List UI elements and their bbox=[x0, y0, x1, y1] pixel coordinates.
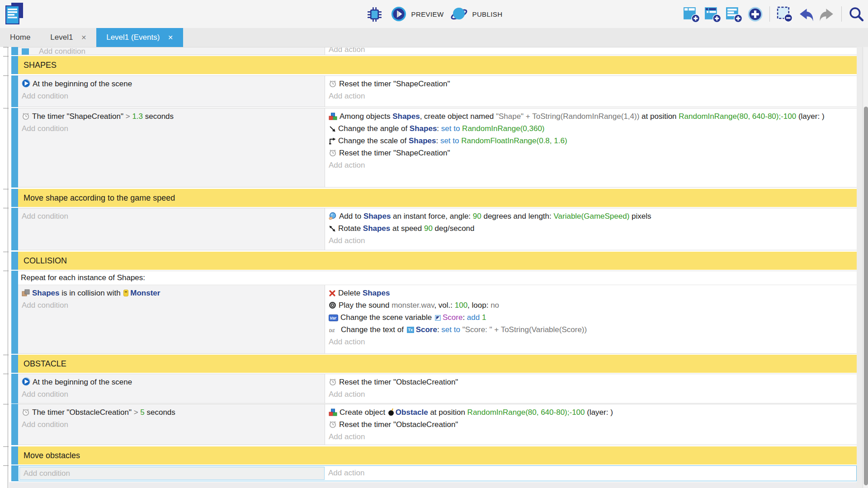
condition-line[interactable]: The timer "ShapeCreation" > 1.3 seconds bbox=[18, 111, 325, 122]
event-selection-bar[interactable] bbox=[11, 189, 18, 207]
add-action-link[interactable]: Add action bbox=[325, 389, 857, 400]
add-condition-link[interactable]: Add condition bbox=[18, 123, 325, 134]
add-condition-link[interactable]: Add condition bbox=[18, 90, 325, 102]
event-group-move-shape[interactable]: Move shape according to the game speed bbox=[9, 189, 857, 207]
action-line[interactable]: Var Change the scene variable Score: add… bbox=[325, 312, 857, 323]
add-action-link[interactable]: Add action bbox=[325, 431, 857, 442]
tab-level1[interactable]: Level1 ✕ bbox=[40, 28, 96, 47]
event-selection-bar[interactable] bbox=[11, 271, 18, 354]
close-icon[interactable]: ✕ bbox=[81, 34, 86, 41]
action-line[interactable]: Reset the timer "ObstacleCreation" bbox=[325, 376, 857, 388]
conditions-cell[interactable]: Add condition bbox=[18, 47, 325, 55]
event-row[interactable]: At the beginning of the scene Add condit… bbox=[9, 374, 857, 404]
event-row[interactable]: The timer "ShapeCreation" > 1.3 seconds … bbox=[9, 108, 857, 188]
add-sub-event-button[interactable] bbox=[703, 5, 722, 23]
group-header-label[interactable]: COLLISION bbox=[18, 252, 857, 270]
add-condition-link[interactable]: Add condition bbox=[18, 300, 325, 311]
action-line[interactable]: Add to Shapes an instant force, angle: 9… bbox=[325, 211, 857, 222]
event-row-repeat[interactable]: Repeat for each instance of Shapes: Shap… bbox=[9, 271, 857, 354]
event-selection-bar[interactable] bbox=[11, 47, 18, 55]
event-selection-bar[interactable] bbox=[11, 252, 18, 270]
close-icon[interactable]: ✕ bbox=[168, 34, 173, 41]
actions-cell[interactable]: Reset the timer "ShapeCreation" Add acti… bbox=[325, 76, 857, 107]
event-group-shapes[interactable]: SHAPES bbox=[9, 56, 857, 74]
actions-cell[interactable]: Create object Obstacle at position Rando… bbox=[325, 404, 857, 445]
event-row-partial[interactable]: Add condition Add action bbox=[9, 47, 857, 55]
action-line[interactable]: Rotate Shapes at speed 90 deg/second bbox=[325, 223, 857, 234]
action-line[interactable]: Delete Shapes bbox=[325, 287, 857, 299]
event-selection-bar[interactable] bbox=[11, 75, 18, 107]
group-header-label[interactable]: OBSTACLE bbox=[18, 355, 857, 373]
debug-button[interactable] bbox=[366, 5, 384, 23]
group-header-label[interactable]: Move shape according to the game speed bbox=[18, 189, 857, 207]
event-row[interactable]: At the beginning of the scene Add condit… bbox=[9, 75, 857, 107]
condition-line[interactable]: At the beginning of the scene bbox=[18, 376, 325, 388]
undo-button[interactable] bbox=[797, 5, 815, 23]
add-action-link[interactable]: Add action bbox=[325, 235, 857, 246]
conditions-cell[interactable]: The timer "ShapeCreation" > 1.3 seconds … bbox=[18, 108, 325, 187]
action-line[interactable]: Reset the timer "ObstacleCreation" bbox=[325, 419, 857, 430]
search-button[interactable] bbox=[847, 5, 865, 23]
conditions-cell[interactable]: At the beginning of the scene Add condit… bbox=[18, 374, 325, 403]
add-action-link[interactable]: Add action bbox=[325, 160, 857, 171]
action-line[interactable]: Reset the timer "ShapeCreation" bbox=[325, 147, 857, 159]
condition-line[interactable]: Shapes is in collision with Monster bbox=[18, 287, 325, 299]
condition-line[interactable]: At the beginning of the scene bbox=[18, 78, 325, 89]
event-selection-bar[interactable] bbox=[11, 446, 18, 465]
tab-level1-events[interactable]: Level1 (Events) ✕ bbox=[96, 28, 183, 47]
add-action-link[interactable]: Add action bbox=[325, 90, 857, 102]
event-selection-bar[interactable] bbox=[11, 208, 18, 250]
action-line[interactable]: Create object Obstacle at position Rando… bbox=[325, 407, 857, 418]
actions-cell[interactable]: Add action bbox=[325, 47, 857, 55]
scrollbar-track[interactable] bbox=[863, 47, 868, 488]
add-action-link[interactable]: Add action bbox=[325, 47, 857, 55]
action-line[interactable]: Reset the timer "ShapeCreation" bbox=[325, 78, 857, 89]
event-selection-bar[interactable] bbox=[11, 108, 18, 188]
add-condition-link[interactable]: Add condition bbox=[39, 47, 85, 55]
conditions-cell[interactable]: Add condition bbox=[19, 467, 325, 480]
actions-cell[interactable]: Among objects Shapes, create object name… bbox=[325, 108, 857, 187]
conditions-cell[interactable]: Add condition bbox=[18, 208, 325, 250]
event-selection-bar[interactable] bbox=[11, 465, 18, 481]
event-row[interactable]: Add condition Add to Shapes an instant f… bbox=[9, 208, 857, 250]
event-selection-bar[interactable] bbox=[11, 56, 18, 74]
add-action-link[interactable]: Add action bbox=[325, 336, 857, 347]
event-selection-bar[interactable] bbox=[11, 355, 18, 373]
add-action-link[interactable]: Add action bbox=[325, 467, 855, 479]
action-line[interactable]: Among objects Shapes, create object name… bbox=[325, 111, 857, 122]
add-condition-link[interactable]: Add condition bbox=[20, 468, 324, 479]
event-selection-bar[interactable] bbox=[11, 374, 18, 404]
conditions-cell[interactable]: Shapes is in collision with Monster Add … bbox=[18, 285, 325, 353]
event-group-obstacle[interactable]: OBSTACLE bbox=[9, 355, 857, 373]
event-selection-bar[interactable] bbox=[11, 404, 18, 445]
event-group-move-obstacles[interactable]: Move obstacles bbox=[9, 446, 857, 465]
event-row-selected[interactable]: Add condition Add action bbox=[9, 465, 857, 481]
tab-home[interactable]: Home bbox=[0, 28, 40, 47]
group-header-label[interactable]: Move obstacles bbox=[18, 446, 857, 465]
action-line[interactable]: Change the scale of Shapes: set to Rando… bbox=[325, 135, 857, 146]
action-line[interactable]: Change the angle of Shapes: set to Rando… bbox=[325, 123, 857, 134]
action-line[interactable]: txt Change the text of Score: set to "Sc… bbox=[325, 324, 857, 335]
add-comment-button[interactable] bbox=[725, 5, 743, 23]
event-row[interactable]: The timer "ObstacleCreation" > 5 seconds… bbox=[9, 404, 857, 445]
condition-line[interactable]: The timer "ObstacleCreation" > 5 seconds bbox=[18, 407, 325, 418]
actions-cell[interactable]: Reset the timer "ObstacleCreation" Add a… bbox=[325, 374, 857, 403]
add-condition-link[interactable]: Add condition bbox=[18, 419, 325, 430]
actions-cell[interactable]: Add action bbox=[325, 467, 855, 480]
preview-button[interactable]: PREVIEW bbox=[390, 5, 444, 23]
group-header-label[interactable]: SHAPES bbox=[18, 56, 857, 74]
actions-cell[interactable]: Delete Shapes Play the sound monster.wav… bbox=[325, 285, 857, 353]
actions-cell[interactable]: Add to Shapes an instant force, angle: 9… bbox=[325, 208, 857, 250]
project-manager-button[interactable] bbox=[4, 2, 28, 27]
add-event-button[interactable] bbox=[682, 5, 700, 23]
conditions-cell[interactable]: The timer "ObstacleCreation" > 5 seconds… bbox=[18, 404, 325, 445]
event-group-collision[interactable]: COLLISION bbox=[9, 252, 857, 270]
conditions-cell[interactable]: At the beginning of the scene Add condit… bbox=[18, 76, 325, 107]
repeat-header[interactable]: Repeat for each instance of Shapes: bbox=[18, 271, 857, 285]
add-condition-link[interactable]: Add condition bbox=[18, 211, 325, 222]
scrollbar-thumb[interactable] bbox=[864, 107, 868, 485]
redo-button[interactable] bbox=[818, 5, 836, 23]
action-line[interactable]: Play the sound monster.wav, vol.: 100, l… bbox=[325, 300, 857, 311]
remove-selection-button[interactable] bbox=[775, 5, 793, 23]
publish-button[interactable]: PUBLISH bbox=[450, 5, 502, 23]
